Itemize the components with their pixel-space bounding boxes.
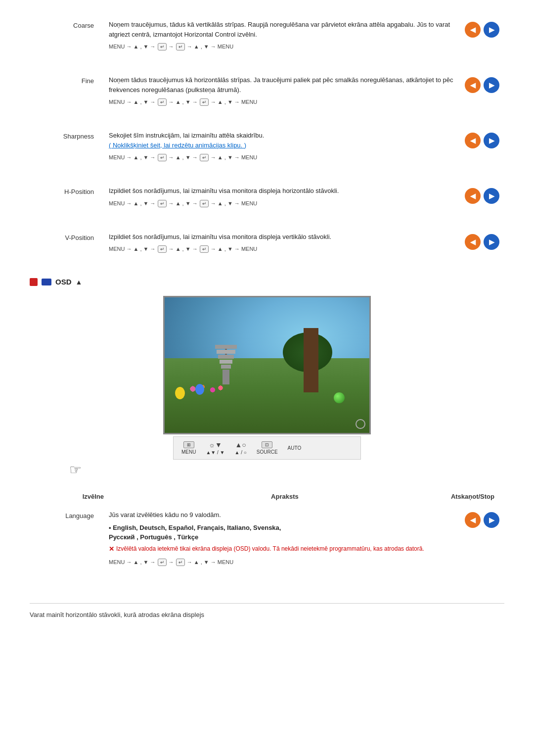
sharpness-desc-text: Sekojiet šīm instrukcijām, lai izmainītu… bbox=[109, 131, 455, 150]
main-content: Coarse Noņem traucējumus, tādus kā verti… bbox=[0, 0, 534, 638]
sharpness-desc: Sekojiet šīm instrukcijām, lai izmainītu… bbox=[109, 131, 465, 161]
brig-ctrl: ☼▼ ▲▼ / ▼ bbox=[206, 441, 224, 455]
language-list: • English, Deutsch, Español, Français, I… bbox=[109, 523, 455, 542]
language-intro: Jūs varat izvēlēties kādu no 9 valodām. bbox=[109, 510, 455, 520]
source-icon: ⊡ bbox=[262, 441, 272, 448]
sharpness-label: Sharpness bbox=[30, 131, 109, 140]
garden-scene bbox=[165, 297, 369, 433]
source-ctrl: ⊡ SOURCE bbox=[257, 441, 278, 455]
osd-arrow: ▲ bbox=[76, 278, 83, 286]
vposition-controls: ◀ ▶ bbox=[465, 232, 504, 250]
warning-text-content: Izvēlētā valoda ietekmē tikai ekrāna dis… bbox=[116, 545, 424, 552]
hposition-prev-btn[interactable]: ◀ bbox=[465, 188, 481, 204]
monitor-screen bbox=[163, 296, 371, 434]
fine-controls: ◀ ▶ bbox=[465, 75, 504, 93]
sharpness-anim-link[interactable]: ( Noklikšķiniet šeit, lai redzētu animāc… bbox=[109, 142, 246, 149]
sharpness-nav: MENU → ▲ , ▼ → ↵ → ▲ , ▼ → ↵ → ▲ , ▼ → M… bbox=[109, 154, 455, 161]
osd-header: OSD ▲ bbox=[30, 278, 504, 286]
fine-next-btn[interactable]: ▶ bbox=[484, 77, 499, 93]
coarse-desc: Noņem traucējumus, tādus kā vertikālās s… bbox=[109, 20, 465, 50]
vposition-desc: Izpildiet šos norādījumus, lai izmainītu… bbox=[109, 232, 465, 253]
monitor-controls: ⊞ MENU ☼▼ ▲▼ / ▼ ▲○ ▲ / ○ ⊡ SOURCE AUTO bbox=[173, 436, 361, 460]
nav-ctrl: ▲○ ▲ / ○ bbox=[234, 441, 246, 455]
fine-nav: MENU → ▲ , ▼ → ↵ → ▲ , ▼ → ↵ → ▲ , ▼ → M… bbox=[109, 98, 455, 106]
fine-desc-text: Noņem tādus traucējumus kā horizontālās … bbox=[109, 75, 455, 94]
bottom-note-text: Varat mainīt horizontālo stāvokli, kurā … bbox=[30, 611, 504, 618]
fine-label: Fine bbox=[30, 75, 109, 85]
coarse-prev-btn[interactable]: ◀ bbox=[465, 22, 481, 38]
hposition-label: H-Position bbox=[30, 186, 109, 195]
garden-tree bbox=[304, 328, 318, 392]
language-prev-btn[interactable]: ◀ bbox=[465, 512, 481, 528]
balloon-yellow bbox=[175, 387, 185, 399]
menu-icon: ⊞ bbox=[183, 441, 194, 448]
fine-desc: Noņem tādus traucējumus kā horizontālās … bbox=[109, 75, 465, 106]
coarse-nav: MENU → ▲ , ▼ → ↵ → ↵ → ▲ , ▼ → MENU bbox=[109, 43, 455, 50]
auto-ctrl: AUTO bbox=[288, 445, 302, 451]
table-header: Izvēlne Apraksts Atskaņot/Stop bbox=[30, 493, 504, 500]
hand-icon: ☞ bbox=[69, 462, 82, 477]
hposition-controls: ◀ ▶ bbox=[465, 186, 504, 204]
language-desc: Jūs varat izvēlēties kādu no 9 valodām. … bbox=[109, 510, 465, 566]
osd-title: OSD bbox=[55, 278, 72, 286]
settings-list: Coarse Noņem traucējumus, tādus kā verti… bbox=[30, 20, 504, 263]
vposition-prev-btn[interactable]: ◀ bbox=[465, 234, 481, 250]
header-desc: Apraksts bbox=[119, 493, 451, 500]
vposition-row: V-Position Izpildiet šos norādījumus, la… bbox=[30, 232, 504, 263]
language-nav: MENU → ▲ , ▼ → ↵ → ↵ → ▲ , ▼ → MENU bbox=[109, 559, 455, 566]
language-label: Language bbox=[30, 510, 109, 520]
monitor-circle bbox=[356, 419, 365, 429]
bottom-note: Varat mainīt horizontālo stāvokli, kurā … bbox=[30, 591, 504, 618]
sharpness-prev-btn[interactable]: ◀ bbox=[465, 133, 481, 148]
hposition-desc: Izpildiet šos norādījumus, lai izmainītu… bbox=[109, 186, 465, 207]
sharpness-controls: ◀ ▶ bbox=[465, 131, 504, 148]
fine-prev-btn[interactable]: ◀ bbox=[465, 77, 481, 93]
hposition-nav: MENU → ▲ , ▼ → ↵ → ▲ , ▼ → ↵ → ▲ , ▼ → M… bbox=[109, 200, 455, 207]
coarse-label: Coarse bbox=[30, 20, 109, 29]
vposition-next-btn[interactable]: ▶ bbox=[484, 234, 499, 250]
language-warning: ✕ Izvēlētā valoda ietekmē tikai ekrāna d… bbox=[109, 545, 455, 553]
brig-icon: ☼▼ bbox=[209, 441, 222, 449]
nav-ctrl-label: ▲ / ○ bbox=[234, 450, 246, 455]
bottom-divider bbox=[30, 603, 504, 604]
vposition-nav: MENU → ▲ , ▼ → ↵ → ▲ , ▼ → ↵ → ▲ , ▼ → M… bbox=[109, 245, 455, 253]
hposition-row: H-Position Izpildiet šos norādījumus, la… bbox=[30, 186, 504, 217]
brig-ctrl-label: ▲▼ / ▼ bbox=[206, 450, 224, 455]
hposition-next-btn[interactable]: ▶ bbox=[484, 188, 499, 204]
auto-ctrl-label: AUTO bbox=[288, 445, 302, 451]
green-ball bbox=[334, 392, 345, 403]
monitor-container: ⊞ MENU ☼▼ ▲▼ / ▼ ▲○ ▲ / ○ ⊡ SOURCE AUTO … bbox=[30, 296, 504, 478]
nav-icon: ▲○ bbox=[235, 441, 246, 449]
language-next-btn[interactable]: ▶ bbox=[484, 512, 499, 528]
fine-row: Fine Noņem tādus traucējumus kā horizont… bbox=[30, 75, 504, 116]
hposition-desc-text: Izpildiet šos norādījumus, lai izmainītu… bbox=[109, 186, 455, 196]
sharpness-next-btn[interactable]: ▶ bbox=[484, 133, 499, 148]
coarse-controls: ◀ ▶ bbox=[465, 20, 504, 38]
header-controls: Atskaņot/Stop bbox=[451, 493, 494, 500]
osd-icon-red bbox=[30, 278, 38, 286]
vposition-label: V-Position bbox=[30, 232, 109, 241]
osd-icon-blue bbox=[42, 279, 51, 285]
coarse-row: Coarse Noņem traucējumus, tādus kā verti… bbox=[30, 20, 504, 60]
hand-pointer: ☞ bbox=[69, 462, 82, 478]
flowers bbox=[185, 375, 224, 395]
menu-ctrl-label: MENU bbox=[181, 449, 196, 455]
menu-ctrl: ⊞ MENU bbox=[181, 441, 196, 455]
source-ctrl-label: SOURCE bbox=[257, 449, 278, 455]
vposition-desc-text: Izpildiet šos norādījumus, lai izmainītu… bbox=[109, 232, 455, 242]
warning-x-icon: ✕ bbox=[109, 545, 114, 553]
language-row: Language Jūs varat izvēlēties kādu no 9 … bbox=[30, 510, 504, 576]
header-label: Izvēlne bbox=[40, 493, 119, 500]
coarse-next-btn[interactable]: ▶ bbox=[484, 22, 499, 38]
sharpness-row: Sharpness Sekojiet šīm instrukcijām, lai… bbox=[30, 131, 504, 171]
coarse-desc-text: Noņem traucējumus, tādus kā vertikālās s… bbox=[109, 20, 455, 39]
language-controls: ◀ ▶ bbox=[465, 510, 504, 528]
